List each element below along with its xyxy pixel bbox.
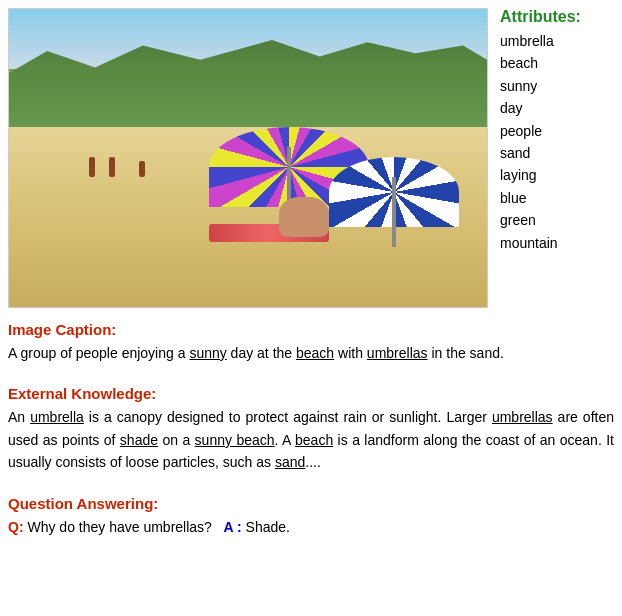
ext-umbrellas: umbrellas [492,409,553,425]
ext-shade: shade [120,432,158,448]
attr-laying: laying [500,164,614,186]
attributes-panel: Attributes: umbrella beach sunny day peo… [488,8,614,308]
external-text: An umbrella is a canopy designed to prot… [8,406,614,473]
qa-section: Question Answering: Q: Why do they have … [0,486,622,544]
answer-label: A : [224,519,242,535]
ext-sand: sand [275,454,305,470]
question-label: Q: [8,519,24,535]
caption-umbrellas: umbrellas [367,345,428,361]
ext-umbrella: umbrella [30,409,84,425]
bg-figure-1 [89,157,95,177]
bg-figure-2 [109,157,115,177]
answer-text: Shade. [246,519,290,535]
umbrella-blue [329,157,459,247]
external-section: External Knowledge: An umbrella is a can… [0,376,622,485]
bg-figure-3 [139,161,145,177]
person-figure [279,197,329,237]
caption-text: A group of people enjoying a sunny day a… [8,342,614,364]
attr-mountain: mountain [500,232,614,254]
top-section: Attributes: umbrella beach sunny day peo… [0,0,622,312]
caption-beach: beach [296,345,334,361]
qa-label: Question Answering: [8,495,158,512]
caption-label: Image Caption: [8,321,116,338]
attr-beach: beach [500,52,614,74]
question-text: Why do they have umbrellas? [27,519,219,535]
ext-beach: beach [295,432,333,448]
attr-sand: sand [500,142,614,164]
ext-sunny-beach: sunny beach [195,432,275,448]
mountain [9,29,487,139]
attr-sunny: sunny [500,75,614,97]
attr-day: day [500,97,614,119]
attributes-list: umbrella beach sunny day people sand lay… [500,30,614,254]
attr-people: people [500,120,614,142]
beach-image [8,8,488,308]
attr-umbrella: umbrella [500,30,614,52]
attributes-title: Attributes: [500,8,614,26]
attr-green: green [500,209,614,231]
caption-sunny: sunny [189,345,226,361]
external-label: External Knowledge: [8,385,156,402]
caption-section: Image Caption: A group of people enjoyin… [0,312,622,376]
qa-content: Q: Why do they have umbrellas? A : Shade… [8,516,614,538]
attr-blue: blue [500,187,614,209]
